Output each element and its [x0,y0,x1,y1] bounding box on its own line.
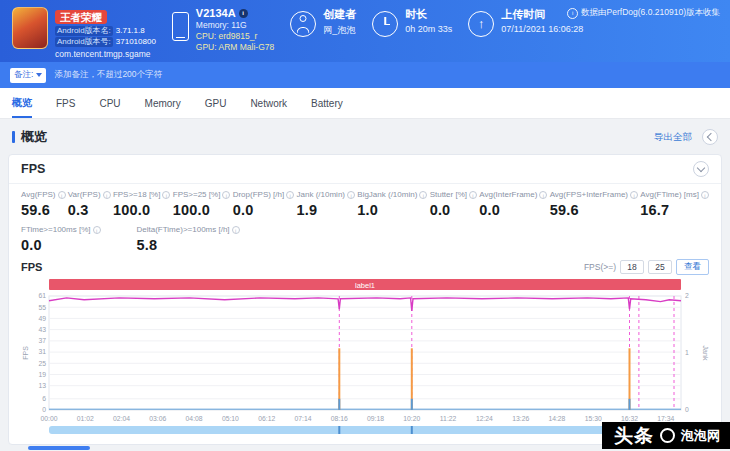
metric-value: 59.6 [21,202,66,218]
metric-avg-ftime-ms: Avg(FTime) [ms]i16.7 [640,190,709,218]
svg-text:16:32: 16:32 [621,415,638,422]
metric-stutter: Stutter [%]i0.0 [430,190,477,218]
tab-overview[interactable]: 概览 [12,88,32,118]
metric-value: 5.8 [137,237,240,253]
svg-text:0: 0 [685,406,689,413]
svg-text:43: 43 [38,326,46,333]
version-code-label: Android版本号: [55,37,113,47]
y-axis-left-labels: 61554943373125191360 [38,292,46,413]
metric-label: Avg(InterFrame)i [479,190,547,199]
export-all-link[interactable]: 导出全部 [654,131,692,144]
duration-label: 时长 [405,7,452,21]
x-axis-labels: 00:0001:0202:0403:0604:0805:1006:1207:14… [40,415,674,422]
version-code-value: 371010800 [116,37,156,47]
info-icon[interactable]: i [347,191,355,199]
metric-var-fps: Var(FPS)i0.3 [68,190,111,218]
panel-collapse-button[interactable] [693,161,709,177]
metric-ftime-100ms: FTime>=100ms [%]i0.0 [21,225,101,253]
metric-avg-fps: Avg(FPS)i59.6 [21,190,66,218]
collapse-left-button[interactable] [702,129,718,145]
duration-section: 时长 0h 20m 33s [372,7,452,37]
metric-label: Avg(FPS)i [21,190,66,199]
y-axis-right-labels: 210 [685,292,689,413]
caret-down-icon [36,73,42,77]
app-name-badge: 王者荣耀 [55,10,107,24]
horizontal-scrollbar-thumb[interactable] [28,446,90,450]
svg-text:49: 49 [38,315,46,322]
creator-label: 创建者 [323,7,356,21]
view-button[interactable]: 查看 [676,259,709,275]
info-icon[interactable]: i [93,226,101,234]
note-placeholder: 添加备注，不超过200个字符 [54,69,162,81]
note-bar: 备注: 添加备注，不超过200个字符 [0,62,730,88]
svg-text:13: 13 [38,382,46,389]
device-model-row: V2134A i [196,7,274,20]
plot-area[interactable] [49,296,681,410]
pcpop-ring-icon [660,428,675,443]
report-header: 王者荣耀 Android版本名: 3.71.1.8 Android版本号: 37… [0,0,730,62]
metric-label: Jank (/10min)i [297,190,355,199]
svg-text:2: 2 [685,292,689,299]
fps-threshold-label: FPS(>=) [584,262,616,272]
fps-min-input[interactable] [620,260,644,274]
metric-label: Avg(FPS+InterFrame)i [550,190,638,199]
info-icon[interactable]: i [539,191,547,199]
info-icon[interactable]: i [232,226,240,234]
info-icon[interactable]: i [286,191,294,199]
metrics-row-1: Avg(FPS)i59.6Var(FPS)i0.3FPS>=18 [%]i100… [21,190,709,218]
metrics-row-2: FTime>=100ms [%]i0.0Delta(FTime)>=100ms … [21,225,709,253]
fps-panel: FPS Avg(FPS)i59.6Var(FPS)i0.3FPS>=18 [%]… [8,154,722,445]
metric-drop-fps-h: Drop(FPS) [/h]i0.0 [233,190,295,218]
metric-label: FPS>=25 [%]i [173,190,231,199]
chevron-down-icon [697,164,705,172]
info-icon[interactable]: i [701,191,709,199]
device-model: V2134A [196,7,236,20]
svg-text:0: 0 [42,406,46,413]
metric-bigjank-10min: BigJank (/10min)i1.0 [357,190,427,218]
creator-name: 网_泡泡 [323,24,356,37]
device-badge-icon: i [239,9,248,18]
svg-text:6: 6 [42,395,46,402]
svg-text:55: 55 [38,304,46,311]
upload-icon [468,11,494,37]
info-icon[interactable]: i [630,191,638,199]
info-icon[interactable]: i [222,191,230,199]
tab-memory[interactable]: Memory [145,88,181,118]
metric-jank-10min: Jank (/10min)i1.9 [297,190,355,218]
app-version-code-row: Android版本号: 371010800 [55,37,156,47]
tab-battery[interactable]: Battery [311,88,343,118]
info-icon[interactable]: i [58,191,66,199]
info-icon[interactable]: i [469,191,477,199]
info-icon[interactable]: i [419,191,427,199]
info-icon[interactable]: i [103,191,111,199]
tab-network[interactable]: Network [250,88,287,118]
tab-bar: 概览FPSCPUMemoryGPUNetworkBattery [0,88,730,119]
section-accent-bar [12,131,15,143]
app-package: com.tencent.tmgp.sgame [55,49,156,59]
svg-text:09:18: 09:18 [367,415,384,422]
metric-value: 0.0 [233,202,295,218]
tab-cpu[interactable]: CPU [99,88,120,118]
chart-brush[interactable] [49,426,681,434]
fps-chart-svg[interactable]: label16155494337312519136021000:0001:020… [21,278,709,444]
svg-text:04:08: 04:08 [186,415,203,422]
tab-fps[interactable]: FPS [56,88,75,118]
phone-icon [172,12,189,41]
clock-icon [372,11,398,37]
tab-gpu[interactable]: GPU [205,88,227,118]
info-icon[interactable]: i [162,191,170,199]
note-label-badge[interactable]: 备注: [10,68,46,83]
metric-value: 1.9 [297,202,355,218]
info-icon: i [567,8,578,19]
svg-text:03:06: 03:06 [149,415,166,422]
device-info-section: V2134A i Memory: 11G CPU: erd9815_r GPU:… [172,7,274,53]
svg-text:02:04: 02:04 [113,415,130,422]
fps-max-input[interactable] [648,260,672,274]
metric-value: 100.0 [113,202,171,218]
y-axis-left-title: FPS [22,346,29,360]
metric-value: 59.6 [550,202,638,218]
scene-label-bar: label1 [49,279,681,290]
metric-label: BigJank (/10min)i [357,190,427,199]
fps-metrics: Avg(FPS)i59.6Var(FPS)i0.3FPS>=18 [%]i100… [9,184,721,253]
device-gpu-row: GPU: ARM Mali-G78 [196,42,274,53]
